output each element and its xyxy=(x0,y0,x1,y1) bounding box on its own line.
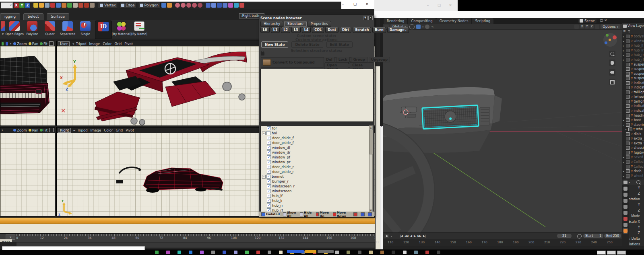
outliner-item-name[interactable]: Collect xyxy=(634,160,644,164)
taskbar-active-app[interactable] xyxy=(287,250,304,253)
toolbar-file-icon[interactable] xyxy=(90,3,95,8)
property-row[interactable]: Y xyxy=(629,224,644,230)
primitive-tool-icon[interactable] xyxy=(234,3,239,8)
outliner-row[interactable]: ▸ ▽ hub_lr xyxy=(622,48,644,53)
snap-target-icon[interactable] xyxy=(595,25,599,29)
toolbar-file-icon[interactable] xyxy=(56,3,61,8)
outliner-row[interactable]: ▸ ▽ windsc xyxy=(622,39,644,44)
outliner-item-name[interactable]: whe xyxy=(636,128,643,131)
toolbar-file-icon[interactable] xyxy=(33,3,38,8)
outliner-item-name[interactable]: bodysh xyxy=(634,35,644,38)
outliner-row[interactable]: ▽ extra_t xyxy=(622,141,644,146)
front-view-canvas[interactable] xyxy=(0,46,55,125)
toolbar-file-icon[interactable] xyxy=(84,3,89,8)
close-button[interactable]: ✕ xyxy=(362,1,372,7)
node-row[interactable]: + door_pside_f xyxy=(261,140,370,145)
node-name[interactable]: bonnet xyxy=(272,175,284,179)
fit-control[interactable]: Fit xyxy=(40,128,47,132)
navigation-gizmo[interactable] xyxy=(603,33,617,47)
magnet-tool-icon[interactable] xyxy=(186,3,191,8)
node-checkbox[interactable] xyxy=(267,179,271,183)
taskbar-preview-1[interactable] xyxy=(597,251,606,255)
viewport-menu-item[interactable]: Grid xyxy=(116,128,123,132)
palette-button[interactable]: Single xyxy=(77,21,93,38)
property-row[interactable]: Rotation xyxy=(629,196,644,202)
output-tab[interactable] xyxy=(623,199,627,203)
outliner-item-name[interactable]: fugitiv xyxy=(634,151,644,154)
toolbar-file-icon[interactable] xyxy=(45,3,50,8)
node-name[interactable]: window_dr xyxy=(272,150,290,154)
frame-start-field[interactable]: Start1 xyxy=(583,234,603,238)
outliner-row[interactable]: ▽ [wheel xyxy=(622,95,644,99)
fit-control[interactable]: Fit xyxy=(40,42,47,46)
outliner-row[interactable]: ▸ ▽ hub_rr xyxy=(622,53,644,58)
palette-button[interactable]: [By Name] xyxy=(131,21,147,38)
panel-tab[interactable]: Hierarchy xyxy=(260,21,283,27)
outliner-item-name[interactable]: suspen xyxy=(634,72,644,76)
footer-button[interactable]: Move Up xyxy=(316,211,330,218)
node-checkbox[interactable] xyxy=(267,204,271,208)
viewport-maximize-icon[interactable] xyxy=(49,128,54,132)
outliner-row[interactable]: ▽ indicat xyxy=(622,85,644,90)
group-button[interactable]: Ungroup xyxy=(369,57,390,62)
taskbar-icon[interactable] xyxy=(155,251,159,254)
primitive-tool-icon[interactable] xyxy=(223,3,227,8)
outliner-item-name[interactable]: chassis xyxy=(634,146,644,150)
outliner-row[interactable]: ▽ suspen xyxy=(622,67,644,72)
outliner-item-name[interactable]: indicat xyxy=(634,81,644,85)
bg-maximize-button[interactable]: ▢ xyxy=(435,2,443,8)
vp-dropdown[interactable]: ▾ xyxy=(10,42,12,45)
outliner-item-name[interactable]: saved xyxy=(634,155,643,159)
state-button[interactable]: Dirt▾ xyxy=(340,27,351,33)
current-frame-field[interactable]: 21 xyxy=(557,234,572,238)
footer-button[interactable] xyxy=(361,212,365,216)
node-checkbox[interactable] xyxy=(266,175,270,179)
outliner-item-name[interactable]: tailligh xyxy=(634,90,644,94)
toolbar-file-icon[interactable] xyxy=(62,3,66,8)
outliner-row[interactable]: ▽ chassis xyxy=(622,146,644,150)
outliner-row[interactable]: ▸ ▽ saved xyxy=(622,155,644,160)
group-button[interactable]: Lock xyxy=(336,57,350,62)
axis-toggle[interactable]: X xyxy=(580,25,584,29)
node-checkbox[interactable] xyxy=(267,199,271,203)
outliner-row[interactable]: ▽ tailligh xyxy=(622,99,644,104)
convert-to-compound-button[interactable]: Convert to Compound xyxy=(261,57,324,68)
taskbar-icon[interactable] xyxy=(380,251,384,254)
collection-tab[interactable] xyxy=(623,223,627,227)
viewport-menu-item[interactable]: Pivot xyxy=(126,128,134,132)
footer-button[interactable] xyxy=(368,212,373,216)
outliner-row[interactable]: ▽ extra_ xyxy=(622,136,644,141)
viewport-menu-item[interactable]: Grid xyxy=(114,42,122,46)
outliner-item-name[interactable]: indicat xyxy=(634,109,644,113)
proportional-edit-toggle[interactable] xyxy=(425,25,429,29)
node-checkbox[interactable] xyxy=(267,194,271,198)
magnet-tool-icon[interactable] xyxy=(192,3,197,8)
taskbar-icon[interactable] xyxy=(369,251,373,254)
pin-icon[interactable]: ▼ xyxy=(363,16,367,20)
property-row[interactable]: Z xyxy=(629,191,644,196)
outliner-item-name[interactable]: tailligh xyxy=(634,100,644,103)
expand-icon[interactable]: + xyxy=(262,175,266,179)
taskbar-icon[interactable] xyxy=(425,251,429,254)
zmodeler-tab[interactable]: Surface xyxy=(47,13,69,20)
state-button[interactable]: L4▾ xyxy=(302,27,311,33)
node-row[interactable]: + hub_rr xyxy=(261,203,370,208)
outliner-row[interactable]: ▽ suspen xyxy=(622,62,644,67)
ortho-grid-icon[interactable] xyxy=(609,79,615,85)
outliner-item-name[interactable]: dials xyxy=(634,132,641,136)
outliner-item-name[interactable]: suspen xyxy=(634,67,644,71)
taskbar-icon[interactable] xyxy=(347,251,350,254)
expand-icon[interactable]: + xyxy=(262,132,266,135)
node-name[interactable]: window_df xyxy=(272,146,290,150)
playback-button[interactable]: ▶ xyxy=(413,234,416,238)
palette-button[interactable]: Polyline xyxy=(24,21,40,38)
empty-view-canvas[interactable] xyxy=(0,133,55,216)
view-back-icon[interactable]: ◄ xyxy=(72,42,74,45)
outliner-row[interactable]: ▸ ▽ whe xyxy=(622,127,644,132)
axis-lock-button[interactable]: Y xyxy=(19,3,25,8)
outliner-item-name[interactable]: hub_lr xyxy=(634,49,644,52)
playback-button[interactable]: ◀◀ xyxy=(404,234,409,238)
node-checkbox[interactable] xyxy=(267,136,271,140)
primitive-tool-icon[interactable] xyxy=(206,3,211,8)
primitive-tool-icon[interactable] xyxy=(239,3,244,8)
